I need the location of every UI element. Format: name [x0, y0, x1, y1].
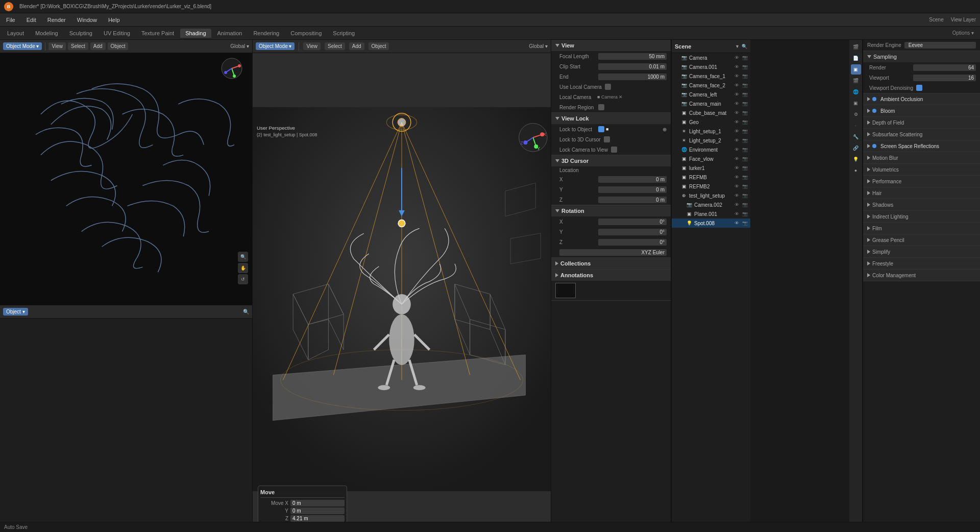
- tab-rendering[interactable]: Rendering: [248, 29, 284, 38]
- tree-item-test_light_setup[interactable]: ⊕test_light_setup👁📷: [672, 191, 750, 200]
- effect-header[interactable]: Subsurface Scattering: [863, 129, 980, 140]
- lock-camera-checkbox[interactable]: [611, 147, 617, 153]
- render-visibility-icon[interactable]: 📷: [741, 174, 748, 181]
- eyedropper-icon[interactable]: ⊕: [663, 127, 667, 132]
- tab-scripting[interactable]: Scripting: [328, 29, 360, 38]
- effect-header[interactable]: Indirect Lighting: [863, 211, 980, 222]
- view-lock-header[interactable]: View Lock: [551, 113, 671, 124]
- menu-file[interactable]: File: [4, 16, 17, 24]
- visibility-icon[interactable]: 👁: [733, 210, 740, 217]
- tab-sculpting[interactable]: Sculpting: [64, 29, 97, 38]
- clip-start-value[interactable]: 0.01 m: [598, 63, 667, 70]
- lock-3d-cursor-checkbox[interactable]: [604, 136, 610, 142]
- viewport-denoising-checkbox[interactable]: [916, 85, 922, 91]
- tree-item-camera_face_1[interactable]: 📷Camera_face_1👁📷: [672, 71, 750, 81]
- render-visibility-icon[interactable]: 📷: [741, 82, 748, 89]
- visibility-icon[interactable]: 👁: [733, 137, 740, 144]
- move-z-value[interactable]: 4.21 m: [290, 515, 345, 522]
- render-visibility-icon[interactable]: 📷: [741, 146, 748, 153]
- render-visibility-icon[interactable]: 📷: [741, 192, 748, 199]
- effect-header[interactable]: Performance: [863, 176, 980, 187]
- object-mode-btn2[interactable]: Object ▾: [3, 308, 28, 316]
- zoom-btn[interactable]: 🔍: [238, 252, 248, 262]
- effect-header[interactable]: Ambient Occlusion: [863, 93, 980, 105]
- viewport-samples-value[interactable]: 16: [913, 75, 976, 81]
- collections-header[interactable]: Collections: [551, 258, 671, 269]
- tab-shading[interactable]: Shading: [180, 29, 211, 38]
- particle-props-icon[interactable]: ·: [851, 120, 861, 131]
- cursor-z-value[interactable]: 0 m: [598, 197, 667, 203]
- render-visibility-icon[interactable]: 📷: [741, 91, 748, 98]
- effect-header[interactable]: Freestyle: [863, 258, 980, 269]
- effect-header[interactable]: Depth of Field: [863, 117, 980, 128]
- menu-edit[interactable]: Edit: [24, 16, 38, 24]
- rotation-x-value[interactable]: 0°: [598, 219, 667, 225]
- effect-header[interactable]: Motion Blur: [863, 152, 980, 163]
- center-add-menu[interactable]: Add: [349, 42, 364, 50]
- use-local-camera-checkbox[interactable]: [605, 84, 611, 90]
- tab-modeling[interactable]: Modeling: [30, 29, 63, 38]
- top-viewport-canvas[interactable]: 🔍 ✋ ↺: [0, 53, 252, 305]
- render-samples-value[interactable]: 64: [913, 64, 976, 71]
- render-visibility-icon[interactable]: 📷: [741, 118, 748, 126]
- visibility-icon[interactable]: 👁: [733, 183, 740, 190]
- cursor-x-value[interactable]: 0 m: [598, 176, 667, 183]
- render-visibility-icon[interactable]: 📷: [741, 72, 748, 80]
- render-visibility-icon[interactable]: 📷: [741, 201, 748, 208]
- visibility-icon[interactable]: 👁: [733, 174, 740, 181]
- visibility-icon[interactable]: 👁: [733, 220, 740, 227]
- move-x-value[interactable]: 0 m: [290, 500, 345, 506]
- render-region-checkbox[interactable]: [598, 104, 604, 110]
- effect-header[interactable]: Grease Pencil: [863, 234, 980, 246]
- rotation-y-value[interactable]: 0°: [598, 229, 667, 235]
- tab-uv-editing[interactable]: UV Editing: [99, 29, 135, 38]
- tree-item-REFMB2[interactable]: ▣REFMB2👁📷: [672, 182, 750, 191]
- sampling-header[interactable]: Sampling: [863, 51, 980, 62]
- output-props-icon[interactable]: 📄: [851, 53, 861, 63]
- tab-layout[interactable]: Layout: [2, 29, 29, 38]
- effect-header[interactable]: Simplify: [863, 246, 980, 257]
- render-visibility-icon[interactable]: 📷: [741, 183, 748, 190]
- tree-item-environment[interactable]: 🌐Environment👁📷: [672, 145, 750, 154]
- render-visibility-icon[interactable]: 📷: [741, 128, 748, 135]
- clip-end-value[interactable]: 1000 m: [598, 74, 667, 80]
- tab-animation[interactable]: Animation: [212, 29, 248, 38]
- tab-compositing[interactable]: Compositing: [285, 29, 327, 38]
- visibility-icon[interactable]: 👁: [733, 192, 740, 199]
- center-viewport[interactable]: Object Mode ▾ View Select Add Object Glo…: [253, 40, 551, 532]
- search-icon[interactable]: 🔍: [243, 309, 249, 315]
- visibility-icon[interactable]: 👁: [733, 100, 740, 107]
- effect-header[interactable]: Volumetrics: [863, 164, 980, 175]
- visibility-icon[interactable]: 👁: [733, 128, 740, 135]
- tree-item-camera_main[interactable]: 📷Camera_main👁📷: [672, 99, 750, 108]
- material-props-icon[interactable]: ●: [851, 165, 861, 176]
- visibility-icon[interactable]: 👁: [733, 155, 740, 162]
- visibility-icon[interactable]: 👁: [733, 63, 740, 70]
- add-menu[interactable]: Add: [90, 42, 106, 50]
- effect-header[interactable]: Shadows: [863, 199, 980, 210]
- cursor-header[interactable]: 3D Cursor: [551, 155, 671, 166]
- tree-item-lurker1[interactable]: ▣lurker1👁📷: [672, 163, 750, 173]
- render-visibility-icon[interactable]: 📷: [741, 164, 748, 172]
- visibility-icon[interactable]: 👁: [733, 201, 740, 208]
- center-view-menu[interactable]: View: [303, 42, 321, 50]
- annotation-color-preview[interactable]: [555, 283, 576, 298]
- visibility-icon[interactable]: 👁: [733, 82, 740, 89]
- tree-item-cube_base_mat[interactable]: ▣Cube_base_mat👁📷: [672, 108, 750, 117]
- visibility-icon[interactable]: 👁: [733, 109, 740, 116]
- tree-item-light_setup_2[interactable]: ☀Light_setup_2👁📷: [672, 136, 750, 145]
- render-visibility-icon[interactable]: 📷: [741, 63, 748, 70]
- rotation-mode-value[interactable]: XYZ Euler: [559, 249, 667, 256]
- tree-item-camera_left[interactable]: 📷Camera_left👁📷: [672, 90, 750, 99]
- center-object-menu[interactable]: Object: [369, 42, 389, 50]
- tree-item-camera_face_2[interactable]: 📷Camera_face_2👁📷: [672, 81, 750, 90]
- effect-header[interactable]: Bloom: [863, 105, 980, 116]
- rotate-btn[interactable]: ↺: [238, 274, 248, 284]
- effect-header[interactable]: Hair: [863, 187, 980, 199]
- visibility-icon[interactable]: 👁: [733, 164, 740, 172]
- rotation-z-value[interactable]: 0°: [598, 239, 667, 246]
- modifier-props-icon[interactable]: ⚙: [851, 109, 861, 119]
- render-visibility-icon[interactable]: 📷: [741, 109, 748, 116]
- menu-window[interactable]: Window: [75, 16, 99, 24]
- effect-header[interactable]: Screen Space Reflections: [863, 140, 980, 152]
